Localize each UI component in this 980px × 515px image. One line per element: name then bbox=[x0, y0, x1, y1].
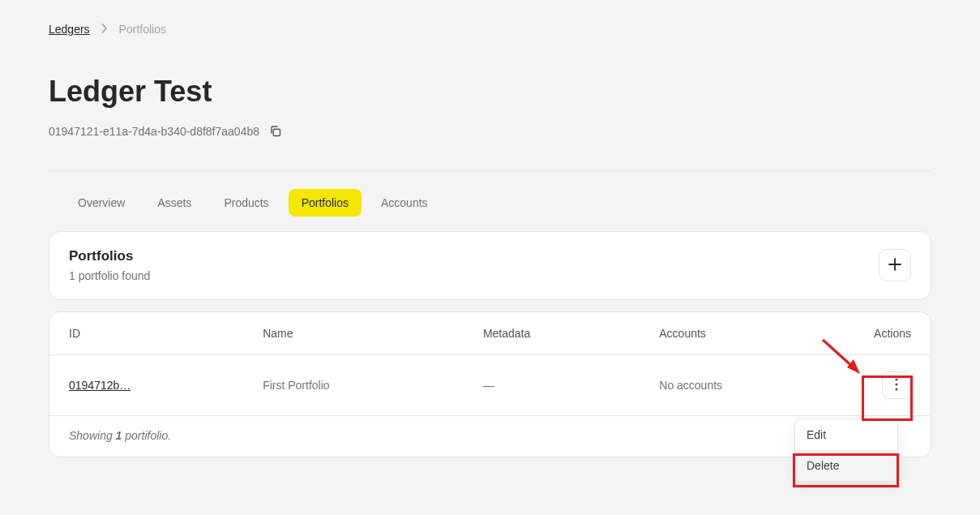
footer-prefix: Showing bbox=[69, 429, 116, 442]
menu-item-edit[interactable]: Edit bbox=[795, 419, 897, 450]
add-portfolio-button[interactable] bbox=[879, 249, 911, 281]
tab-assets[interactable]: Assets bbox=[144, 189, 204, 217]
row-actions-button[interactable] bbox=[882, 371, 911, 399]
svg-rect-0 bbox=[273, 129, 280, 135]
breadcrumb: Ledgers Portfolios bbox=[49, 23, 931, 36]
row-name: First Portfolio bbox=[243, 355, 464, 416]
tabs: Overview Assets Products Portfolios Acco… bbox=[49, 171, 931, 231]
panel-subtitle: 1 portfolio found bbox=[69, 269, 150, 282]
col-metadata: Metadata bbox=[464, 312, 640, 355]
breadcrumb-current: Portfolios bbox=[119, 23, 166, 36]
col-actions: Actions bbox=[833, 312, 931, 355]
tab-products[interactable]: Products bbox=[211, 189, 281, 217]
row-id-link[interactable]: 0194712b… bbox=[69, 379, 131, 392]
row-actions-menu: Edit Delete bbox=[794, 418, 898, 482]
portfolios-table: ID Name Metadata Accounts Actions 019471… bbox=[49, 312, 931, 416]
col-accounts: Accounts bbox=[640, 312, 833, 355]
tab-accounts[interactable]: Accounts bbox=[368, 189, 441, 217]
col-id: ID bbox=[49, 312, 243, 355]
panel-title: Portfolios bbox=[69, 248, 150, 264]
row-metadata: — bbox=[464, 355, 640, 416]
breadcrumb-root-link[interactable]: Ledgers bbox=[49, 23, 90, 36]
row-accounts: No accounts bbox=[640, 355, 833, 416]
footer-suffix: portifolio. bbox=[122, 429, 171, 442]
uuid-text: 01947121-e11a-7d4a-b340-d8f8f7aa04b8 bbox=[49, 125, 259, 138]
plus-icon bbox=[888, 257, 902, 274]
menu-item-delete[interactable]: Delete bbox=[795, 450, 897, 481]
table-row: 0194712b… First Portfolio — No accounts bbox=[49, 355, 931, 416]
portfolios-header-card: Portfolios 1 portfolio found bbox=[49, 231, 931, 300]
tab-overview[interactable]: Overview bbox=[65, 189, 138, 217]
svg-point-1 bbox=[895, 378, 897, 380]
copy-icon[interactable] bbox=[267, 123, 284, 139]
dots-vertical-icon bbox=[895, 378, 898, 393]
tab-portfolios[interactable]: Portfolios bbox=[289, 189, 362, 217]
col-name: Name bbox=[243, 312, 464, 355]
page-title: Ledger Test bbox=[49, 75, 931, 109]
chevron-right-icon bbox=[101, 23, 108, 36]
uuid-line: 01947121-e11a-7d4a-b340-d8f8f7aa04b8 bbox=[49, 123, 931, 139]
svg-point-2 bbox=[895, 383, 897, 385]
svg-point-3 bbox=[895, 388, 897, 390]
